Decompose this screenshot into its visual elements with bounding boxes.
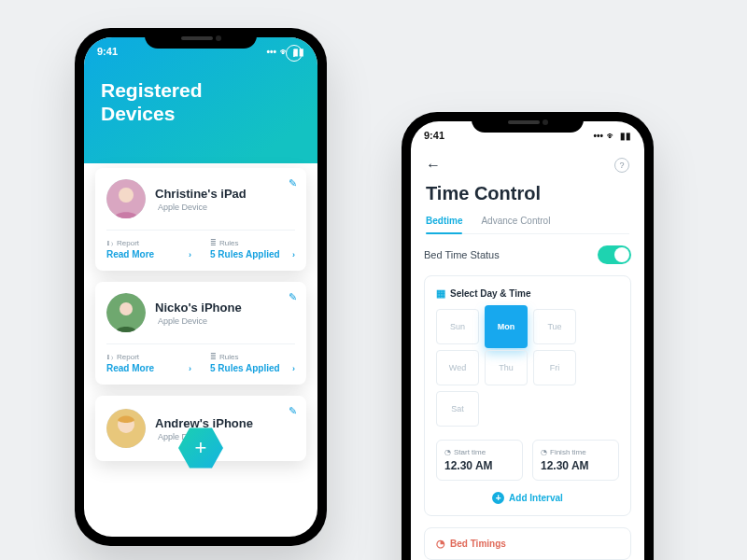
tabs: Bedtime Advance Control [426,216,629,234]
day-sun[interactable]: Sun [436,309,479,344]
start-time-input[interactable]: ◔Start time 12.30 AM [436,440,523,481]
back-button[interactable]: ← [426,157,441,174]
add-interval-button[interactable]: + Add Interval [436,492,619,504]
rules-link[interactable]: ≣Rules 5 Rules Applied› [210,239,295,259]
edit-icon[interactable]: ✎ [289,291,297,303]
tab-bedtime[interactable]: Bedtime [426,216,462,233]
page-title: Registered Devices [84,65,317,125]
status-icons: •••ᯤ▮▮ [593,131,631,141]
bedtime-toggle[interactable] [598,245,631,264]
report-link[interactable]: ⫾₎Report Read More› [106,239,191,259]
day-wed[interactable]: Wed [436,350,479,385]
finish-time-input[interactable]: ◔Finish time 12.30 AM [532,440,619,481]
rules-link[interactable]: ≣Rules 5 Rules Applied› [210,353,295,373]
avatar [106,179,146,218]
phone-time-control: 9:41 •••ᯤ▮▮ ← ? Time Control Bedtime Adv… [402,112,654,560]
day-mon[interactable]: Mon [485,305,528,348]
day-sat[interactable]: Sat [436,391,479,427]
day-thu[interactable]: Thu [485,350,528,385]
clock-icon: ◔ [541,448,547,456]
clock-icon: ◔ [444,448,451,456]
tab-advance-control[interactable]: Advance Control [481,216,550,233]
device-card[interactable]: ✎ Andrew's iPhone Apple Device + [95,396,306,461]
notch [145,28,257,49]
device-card[interactable]: ✎ Christine's iPad Apple Device ⫾₎Report… [95,168,306,271]
chevron-right-icon: › [292,364,295,373]
chevron-right-icon: › [189,250,191,259]
chevron-right-icon: › [292,250,295,259]
phone-registered-devices: 9:41 •••ᯤ▮▮ i Registered Devices ✎ Chris… [75,28,327,546]
status-time: 9:41 [97,46,118,57]
help-icon[interactable]: ? [614,158,629,173]
chart-icon: ⫾₎ [106,353,114,361]
screen-right: 9:41 •••ᯤ▮▮ ← ? Time Control Bedtime Adv… [411,121,644,560]
svg-point-3 [120,302,133,315]
device-card[interactable]: ✎ Nicko's iPhone Apple Device ⫾₎Report R… [95,282,306,385]
screen-left: 9:41 •••ᯤ▮▮ i Registered Devices ✎ Chris… [84,37,317,537]
day-picker: Sun Mon Tue Wed Thu Fri Sat [436,309,619,427]
device-name: Nicko's iPhone [155,301,242,315]
page-title: Time Control [426,183,629,204]
list-icon: ≣ [210,353,217,361]
bedtime-status-label: Bed Time Status [424,249,500,260]
status-time: 9:41 [424,130,444,141]
device-type: Apple Device [155,203,247,212]
plus-icon: + [492,492,504,504]
device-type: Apple Device [155,316,242,326]
chart-icon: ⫾₎ [106,239,114,247]
chevron-right-icon: › [189,364,191,373]
day-time-panel: ▦Select Day & Time Sun Mon Tue Wed Thu F… [424,275,631,516]
svg-point-1 [119,188,134,203]
list-icon: ≣ [210,239,217,247]
day-fri[interactable]: Fri [533,350,576,385]
avatar [106,409,146,448]
edit-icon[interactable]: ✎ [289,177,297,189]
calendar-icon: ▦ [436,287,445,300]
header: 9:41 •••ᯤ▮▮ i Registered Devices [84,37,317,163]
bed-timings-panel[interactable]: ◔Bed Timings [424,527,631,560]
day-tue[interactable]: Tue [533,309,576,344]
device-name: Andrew's iPhone [155,416,253,430]
status-icons: •••ᯤ▮▮ [266,47,304,57]
device-list: ✎ Christine's iPad Apple Device ⫾₎Report… [95,168,306,472]
device-name: Christine's iPad [155,187,247,201]
avatar [106,293,146,332]
report-link[interactable]: ⫾₎Report Read More› [106,353,191,373]
edit-icon[interactable]: ✎ [289,405,297,417]
clock-icon: ◔ [436,538,445,550]
notch [472,112,584,133]
